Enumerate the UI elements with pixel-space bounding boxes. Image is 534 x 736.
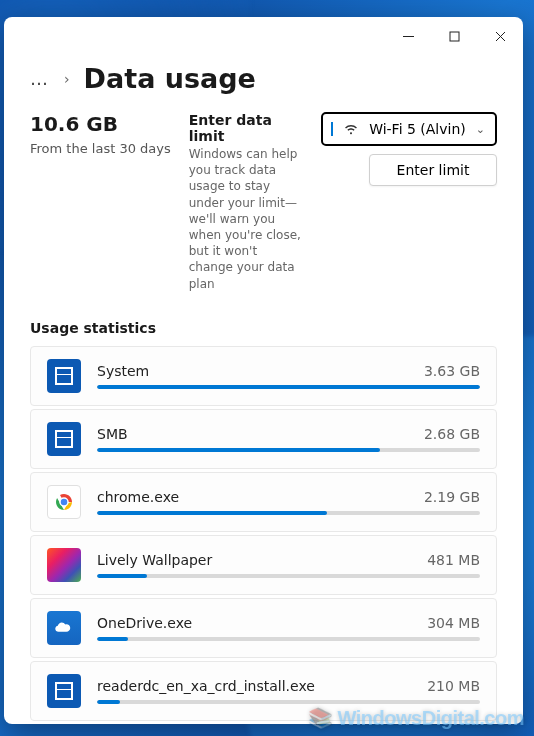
page-title: Data usage	[84, 63, 256, 94]
content-area: … › Data usage 10.6 GB From the last 30 …	[4, 55, 523, 724]
minimize-button[interactable]	[385, 20, 431, 52]
breadcrumb-ellipsis[interactable]: …	[30, 68, 50, 89]
app-name: SMB	[97, 426, 128, 442]
usage-item-chrome[interactable]: chrome.exe 2.19 GB	[30, 472, 497, 532]
usage-bar-fill	[97, 511, 327, 515]
total-usage-value: 10.6 GB	[30, 112, 171, 136]
usage-item-smb[interactable]: SMB 2.68 GB	[30, 409, 497, 469]
titlebar	[4, 17, 523, 55]
chevron-right-icon: ›	[64, 71, 70, 87]
chrome-icon	[47, 485, 81, 519]
app-usage: 304 MB	[427, 615, 480, 631]
app-icon	[47, 422, 81, 456]
summary-row: 10.6 GB From the last 30 days Enter data…	[30, 112, 497, 292]
close-button[interactable]	[477, 20, 523, 52]
usage-bar	[97, 574, 480, 578]
chevron-down-icon: ⌄	[476, 123, 485, 136]
usage-bar-fill	[97, 700, 120, 704]
accent-bar	[331, 122, 333, 136]
maximize-button[interactable]	[431, 20, 477, 52]
svg-rect-1	[450, 32, 459, 41]
usage-bar	[97, 385, 480, 389]
app-usage: 210 MB	[427, 678, 480, 694]
data-limit-info: Enter data limit Windows can help you tr…	[189, 112, 303, 292]
app-name: readerdc_en_xa_crd_install.exe	[97, 678, 315, 694]
onedrive-icon	[47, 611, 81, 645]
usage-item-onedrive[interactable]: OneDrive.exe 304 MB	[30, 598, 497, 658]
total-usage: 10.6 GB From the last 30 days	[30, 112, 171, 158]
usage-bar-fill	[97, 637, 128, 641]
app-name: chrome.exe	[97, 489, 179, 505]
usage-bar	[97, 637, 480, 641]
app-usage: 481 MB	[427, 552, 480, 568]
breadcrumb: … › Data usage	[30, 63, 497, 94]
usage-bar	[97, 511, 480, 515]
settings-window: … › Data usage 10.6 GB From the last 30 …	[4, 17, 523, 724]
network-select-label: Wi-Fi 5 (Alvin)	[369, 121, 466, 137]
total-usage-period: From the last 30 days	[30, 140, 171, 158]
app-usage: 2.19 GB	[424, 489, 480, 505]
app-name: Lively Wallpaper	[97, 552, 212, 568]
app-usage: 2.68 GB	[424, 426, 480, 442]
usage-bar-fill	[97, 385, 480, 389]
usage-bar	[97, 700, 480, 704]
watermark: 📚 WindowsDigital.com	[308, 706, 524, 730]
enter-limit-button[interactable]: Enter limit	[369, 154, 497, 186]
wifi-icon	[343, 121, 359, 137]
usage-bar-fill	[97, 448, 380, 452]
app-icon	[47, 674, 81, 708]
network-select[interactable]: Wi-Fi 5 (Alvin) ⌄	[321, 112, 497, 146]
network-controls: Wi-Fi 5 (Alvin) ⌄ Enter limit	[321, 112, 497, 186]
usage-bar-fill	[97, 574, 147, 578]
app-name: System	[97, 363, 149, 379]
data-limit-description: Windows can help you track data usage to…	[189, 146, 303, 292]
lively-icon	[47, 548, 81, 582]
app-name: OneDrive.exe	[97, 615, 192, 631]
usage-list: System 3.63 GB SMB 2.68 GB	[30, 346, 497, 721]
usage-item-system[interactable]: System 3.63 GB	[30, 346, 497, 406]
app-usage: 3.63 GB	[424, 363, 480, 379]
usage-statistics-heading: Usage statistics	[30, 320, 497, 336]
app-icon	[47, 359, 81, 393]
data-limit-title: Enter data limit	[189, 112, 303, 144]
usage-item-lively[interactable]: Lively Wallpaper 481 MB	[30, 535, 497, 595]
usage-bar	[97, 448, 480, 452]
